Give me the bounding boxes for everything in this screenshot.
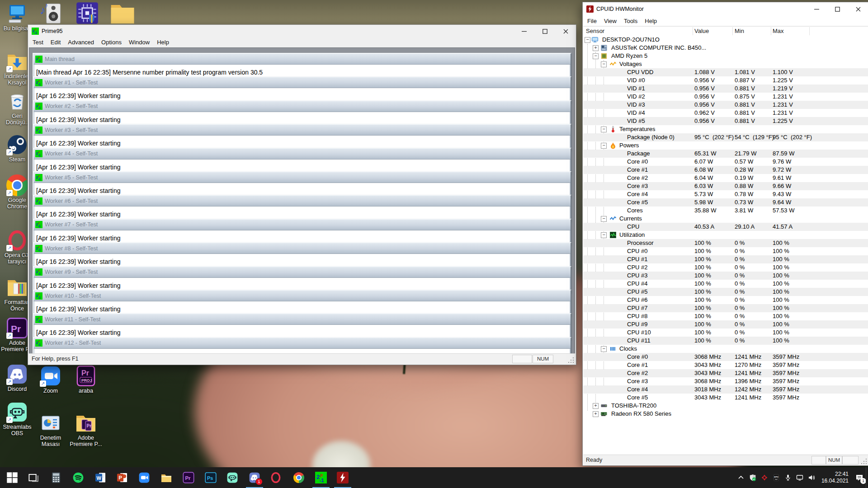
action-center-button[interactable]: 1 <box>854 473 864 483</box>
sensor-row[interactable]: CPU #11100 %0 %100 % <box>583 337 868 345</box>
prime95-child-window[interactable]: 2p-1Worker #10 - Self-Test[Apr 16 22:39]… <box>33 290 571 317</box>
menu-window[interactable]: Window <box>125 38 153 47</box>
column-separator[interactable] <box>771 27 771 35</box>
column-separator[interactable] <box>732 27 733 35</box>
prime95-child-window[interactable]: 2p-1Main thread[Main thread Apr 16 22:35… <box>33 53 571 80</box>
sensor-row[interactable]: CPU #0100 %0 %100 % <box>583 247 868 255</box>
sensor-row[interactable]: VID #50.956 V0.881 V1.225 V <box>583 117 868 125</box>
task-view-button[interactable] <box>23 467 45 488</box>
tree-expander[interactable]: − <box>601 216 607 222</box>
column-header-sensor[interactable]: Sensor <box>586 28 604 34</box>
taskbar-calculator[interactable] <box>45 467 67 488</box>
sensor-row[interactable]: CPU #2100 %0 %100 % <box>583 263 868 272</box>
taskbar-opera[interactable] <box>265 467 287 488</box>
sensor-row[interactable]: Core #23043 MHz1241 MHz3597 MHz <box>583 369 868 377</box>
taskbar-discord[interactable]: 1 <box>244 467 265 488</box>
hwmonitor-window[interactable]: CPUID HWMonitor FileViewToolsHelp Sensor… <box>582 2 868 466</box>
sensor-row[interactable]: −Currents <box>583 215 868 223</box>
sensor-row[interactable]: VID #20.956 V0.875 V1.231 V <box>583 93 868 101</box>
prime95-window[interactable]: 2p-1 Prime95 TestEditAdvancedOptionsWind… <box>28 24 576 365</box>
child-window-titlebar[interactable]: 2p-1Worker #3 - Self-Test <box>33 125 571 136</box>
tree-expander[interactable]: − <box>601 143 607 149</box>
maximize-button[interactable] <box>827 2 848 16</box>
tree-expander[interactable]: − <box>601 61 607 67</box>
prime95-child-window[interactable]: 2p-1Worker #11 - Self-Test[Apr 16 22:39]… <box>33 313 571 340</box>
child-window-titlebar[interactable]: 2p-1Worker #10 - Self-Test <box>33 291 571 301</box>
sensor-row[interactable]: Core #33068 MHz1396 MHz3597 MHz <box>583 377 868 385</box>
sensor-row[interactable]: CPU40.53 A29.10 A41.57 A <box>583 223 868 231</box>
tray-speaker-icon[interactable] <box>807 474 816 482</box>
tree-expander[interactable]: + <box>593 45 599 51</box>
sensor-row[interactable]: Package65.31 W21.79 W87.59 W <box>583 150 868 158</box>
sensor-row[interactable]: −Voltages <box>583 60 868 68</box>
sensor-row[interactable]: CPU #9100 %0 %100 % <box>583 320 868 328</box>
sensor-row[interactable]: VID #30.956 V0.881 V1.231 V <box>583 101 868 109</box>
sensor-row[interactable]: −Utilization <box>583 231 868 239</box>
minimize-button[interactable] <box>514 25 534 38</box>
sensor-row[interactable]: CPU #3100 %0 %100 % <box>583 272 868 280</box>
taskbar-chrome[interactable] <box>288 467 310 488</box>
tray-defender-icon[interactable] <box>749 474 757 482</box>
sensor-row[interactable]: +Radeon RX 580 Series <box>583 410 868 418</box>
prime95-child-window[interactable]: 2p-1Worker #8 - Self-Test[Apr 16 22:39] … <box>33 242 571 269</box>
sensor-row[interactable]: +ASUSTeK COMPUTER INC. B450... <box>583 44 868 52</box>
sensor-row[interactable]: VID #10.956 V0.881 V1.219 V <box>583 84 868 93</box>
hwmonitor-titlebar[interactable]: CPUID HWMonitor <box>583 2 868 16</box>
sensor-row[interactable]: CPU #1100 %0 %100 % <box>583 255 868 263</box>
tree-expander[interactable]: − <box>585 37 590 43</box>
sensor-row[interactable]: −DESKTOP-2OU7N1O <box>583 36 868 44</box>
menu-options[interactable]: Options <box>98 38 125 47</box>
desktop-icon[interactable]: ↗Zoom <box>33 365 68 394</box>
sensor-row[interactable]: Core #55.98 W0.73 W9.64 W <box>583 198 868 206</box>
menu-advanced[interactable]: Advanced <box>64 38 98 47</box>
tree-expander[interactable]: + <box>593 403 599 409</box>
prime95-child-window[interactable]: 2p-1Worker #4 - Self-Test[Apr 16 22:39] … <box>33 148 571 175</box>
taskbar-hwmonitor[interactable] <box>332 467 354 488</box>
sensor-row[interactable]: Core #03068 MHz1241 MHz3597 MHz <box>583 353 868 361</box>
close-button[interactable] <box>555 25 576 38</box>
show-desktop-button[interactable] <box>866 467 868 488</box>
sensor-row[interactable]: Package (Node 0)95 °C (202 °F)54 °C (129… <box>583 133 868 141</box>
sensor-row[interactable]: CPU VDD1.088 V1.081 V1.100 V <box>583 68 868 76</box>
menu-edit[interactable]: Edit <box>47 38 64 47</box>
sensor-row[interactable]: Core #53043 MHz1241 MHz3597 MHz <box>583 394 868 402</box>
prime95-resize-grip[interactable] <box>568 357 575 363</box>
taskbar-spotify[interactable] <box>67 467 89 488</box>
sensor-row[interactable]: +TOSHIBA-TR200 <box>583 402 868 410</box>
taskbar-zoom[interactable] <box>133 467 155 488</box>
child-window-titlebar[interactable]: 2p-1Worker #9 - Self-Test <box>33 267 571 278</box>
child-window-titlebar[interactable]: 2p-1Worker #11 - Self-Test <box>33 314 571 325</box>
tree-expander[interactable]: + <box>593 411 599 417</box>
menu-test[interactable]: Test <box>29 38 47 47</box>
sensor-row[interactable]: VID #40.962 V0.881 V1.231 V <box>583 109 868 117</box>
sensor-row[interactable]: Core #06.07 W0.57 W9.76 W <box>583 158 868 166</box>
sensor-row[interactable]: CPU #8100 %0 %100 % <box>583 312 868 320</box>
taskbar-premiere[interactable]: Pr <box>178 467 199 488</box>
desktop-icon-music-speaker[interactable]: ♪♪ <box>39 0 65 25</box>
taskbar-prime95[interactable]: 2p-1 <box>310 467 332 488</box>
column-header-value[interactable]: Value <box>694 28 709 34</box>
taskbar-photoshop[interactable]: Ps <box>200 467 222 488</box>
child-window-titlebar[interactable]: 2p-1Worker #5 - Self-Test <box>33 172 571 183</box>
sensor-row[interactable]: −Powers <box>583 141 868 150</box>
taskbar-powerpoint[interactable]: P <box>111 467 133 488</box>
prime95-child-window[interactable]: 2p-1Worker #2 - Self-Test[Apr 16 22:39] … <box>33 100 571 127</box>
tray-clock[interactable]: 22:4116.04.2021 <box>821 471 849 484</box>
sensor-row[interactable]: Core #13043 MHz1270 MHz3597 MHz <box>583 361 868 369</box>
child-window-titlebar[interactable]: 2p-1Main thread <box>33 54 571 65</box>
taskbar-explorer[interactable] <box>156 467 177 488</box>
sensor-row[interactable]: Core #43018 MHz1242 MHz3597 MHz <box>583 385 868 394</box>
sensor-row[interactable]: CPU #6100 %0 %100 % <box>583 296 868 304</box>
prime95-child-window[interactable]: 2p-1Worker #12 - Self-Test[Apr 16 22:39]… <box>33 337 571 354</box>
sensor-row[interactable]: Core #26.04 W0.19 W9.61 W <box>583 174 868 182</box>
sensor-row[interactable]: Core #45.73 W0.78 W9.43 W <box>583 190 868 198</box>
sensor-row[interactable]: CPU #5100 %0 %100 % <box>583 288 868 296</box>
taskbar-word[interactable]: W <box>90 467 111 488</box>
taskbar-streamlabs[interactable] <box>222 467 243 488</box>
tree-expander[interactable]: − <box>601 127 607 132</box>
menu-help[interactable]: Help <box>641 17 660 25</box>
prime95-child-window[interactable]: 2p-1Worker #7 - Self-Test[Apr 16 22:39] … <box>33 219 571 246</box>
prime95-child-window[interactable]: 2p-1Worker #1 - Self-Test[Apr 16 22:39] … <box>33 76 571 103</box>
minimize-button[interactable] <box>806 2 827 16</box>
sensor-row[interactable]: −Clocks <box>583 345 868 353</box>
